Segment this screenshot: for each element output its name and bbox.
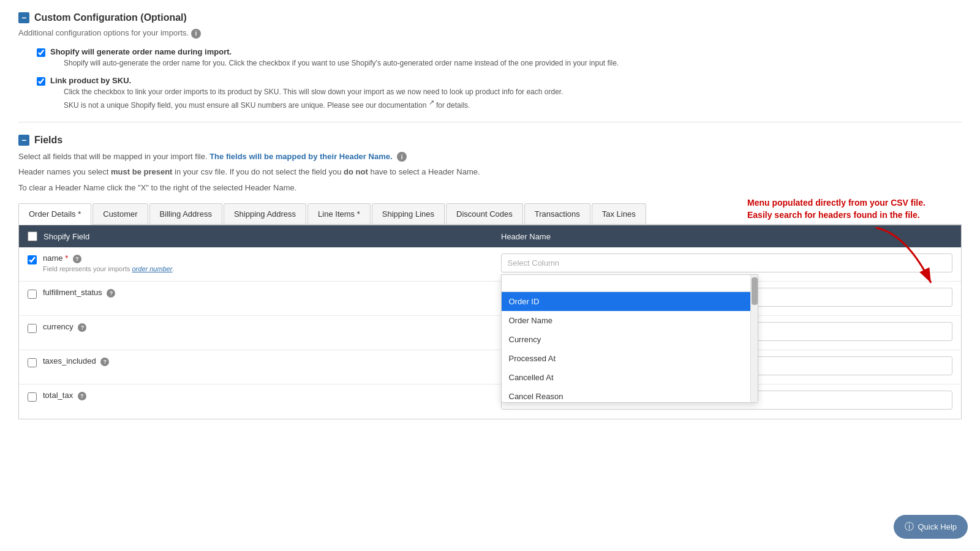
field-name-taxes-included: taxes_included ? — [43, 356, 495, 366]
option2-desc1: Click the checkbox to link your order im… — [64, 88, 564, 96]
row-checkbox-currency[interactable] — [28, 324, 37, 333]
currency-help-icon[interactable]: ? — [78, 323, 86, 332]
col-header-label: Header Name — [501, 232, 952, 241]
table-row: taxes_included ? Select Column — [19, 350, 961, 384]
dropdown-item[interactable]: Currency — [502, 330, 758, 349]
fields-section: − Fields Select all fields that will be … — [18, 135, 962, 420]
option2-label: Link product by SKU. — [50, 76, 564, 85]
scrollbar-thumb — [752, 277, 758, 305]
field-note-name: Field represents your imports order numb… — [43, 265, 495, 272]
tab-customer[interactable]: Customer — [92, 203, 148, 224]
table-row: total_tax ? Select Column — [19, 384, 961, 419]
fulfillment-help-icon[interactable]: ? — [107, 289, 115, 298]
order-num-link[interactable]: order number — [132, 265, 173, 272]
column-dropdown: Order ID Order Name Currency Processed A… — [501, 274, 758, 403]
tab-tax-lines[interactable]: Tax Lines — [592, 203, 646, 224]
dropdown-item[interactable]: Cancel Reason — [502, 387, 758, 402]
fields-info-icon[interactable]: i — [397, 152, 407, 162]
dropdown-search-input[interactable] — [502, 275, 758, 292]
dropdown-item[interactable]: Order ID — [502, 292, 758, 311]
select-column-btn-name[interactable]: Select Column — [501, 253, 953, 272]
tab-shipping-lines[interactable]: Shipping Lines — [372, 203, 445, 224]
table-row: fulfillment_status ? Select Column — [19, 282, 961, 316]
option1-label: Shopify will generate order name during … — [50, 47, 619, 56]
table-row: name * ? Field represents your imports o… — [19, 247, 961, 282]
row-checkbox-fulfillment[interactable] — [28, 290, 37, 299]
dropdown-list: Order ID Order Name Currency Processed A… — [502, 292, 758, 402]
dropdown-item[interactable]: Cancelled At — [502, 368, 758, 387]
row-checkbox-name[interactable] — [28, 255, 37, 264]
option2-checkbox[interactable] — [37, 77, 45, 86]
section-divider — [18, 122, 962, 122]
fields-desc2: Header names you select must be present … — [18, 166, 962, 178]
custom-config-header: − Custom Configuration (Optional) — [18, 12, 962, 23]
col-shopify-label: Shopify Field — [43, 232, 495, 241]
field-name-total-tax: total_tax ? — [43, 391, 495, 400]
field-name-name: name * ? Field represents your imports o… — [43, 253, 495, 272]
fields-header: − Fields — [18, 135, 962, 146]
dropdown-scrollbar[interactable] — [750, 275, 758, 402]
name-help-icon[interactable]: ? — [73, 255, 81, 263]
option1-desc: Shopify will auto-generate the order nam… — [64, 59, 619, 67]
tab-line-items[interactable]: Line Items * — [307, 203, 371, 224]
tab-shipping-address[interactable]: Shipping Address — [224, 203, 306, 224]
fields-table: Shopify Field Header Name name * ? Field… — [18, 225, 962, 419]
option1-row: Shopify will generate order name during … — [37, 47, 962, 67]
row-checkbox-taxes-included[interactable] — [28, 358, 37, 367]
tab-order-details[interactable]: Order Details * — [18, 203, 91, 225]
tabs-annotation-wrapper: Menu populated directly from your CSV fi… — [18, 203, 962, 419]
fields-title: Fields — [34, 135, 62, 146]
name-field-control: Select Column Order ID Order Name Curren… — [501, 253, 953, 272]
custom-config-title: Custom Configuration (Optional) — [34, 12, 187, 23]
option1-checkbox[interactable] — [37, 48, 45, 57]
option2-desc2: SKU is not a unique Shopify field, you m… — [64, 99, 564, 110]
tabs-bar: Order Details * Customer Billing Address… — [18, 203, 962, 225]
option2-row: Link product by SKU. Click the checkbox … — [37, 76, 962, 110]
tab-transactions[interactable]: Transactions — [524, 203, 590, 224]
page-container: − Custom Configuration (Optional) Additi… — [0, 0, 980, 438]
fields-desc3: To clear a Header Name click the "X" to … — [18, 182, 962, 194]
tab-billing-address[interactable]: Billing Address — [149, 203, 222, 224]
custom-config-info-icon[interactable]: i — [191, 29, 201, 39]
table-row: currency ? Select Column — [19, 316, 961, 350]
table-header-row: Shopify Field Header Name — [19, 225, 961, 247]
dropdown-item[interactable]: Order Name — [502, 311, 758, 330]
custom-config-subtitle: Additional configuration options for you… — [18, 28, 962, 39]
tab-discount-codes[interactable]: Discount Codes — [446, 203, 523, 224]
field-name-currency: currency ? — [43, 322, 495, 332]
fields-desc1: Select all fields that will be mapped in… — [18, 151, 962, 163]
field-name-fulfillment: fulfillment_status ? — [43, 288, 495, 298]
dropdown-item[interactable]: Processed At — [502, 349, 758, 368]
select-all-checkbox[interactable] — [28, 231, 37, 241]
toggle-fields[interactable]: − — [18, 135, 29, 146]
row-checkbox-total-tax[interactable] — [28, 392, 37, 402]
ext-link-icon: ↗ — [429, 99, 434, 106]
toggle-custom-config[interactable]: − — [18, 12, 29, 23]
taxes-included-help-icon[interactable]: ? — [100, 358, 109, 366]
total-tax-help-icon[interactable]: ? — [78, 392, 86, 400]
